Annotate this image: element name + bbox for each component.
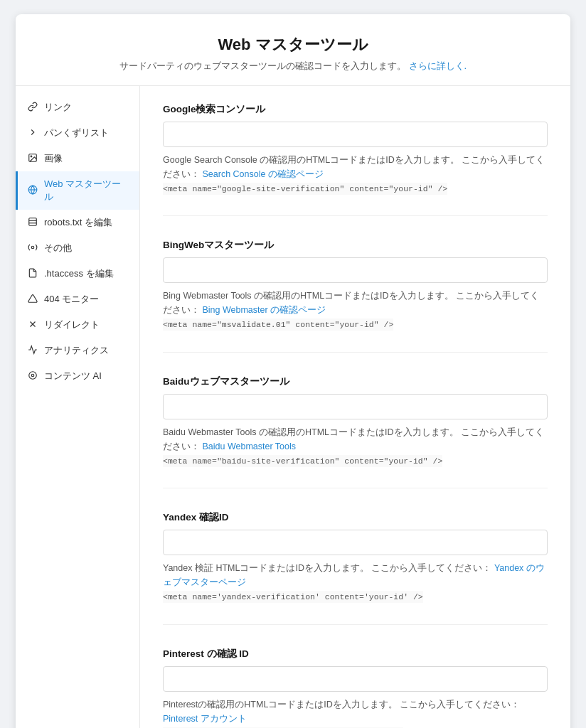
sidebar-icon-content-ai (27, 370, 38, 382)
svg-point-11 (29, 371, 37, 379)
field-desc-yandex: Yandex 検証 HTMLコードまたはIDを入力します。 ここから入手してくだ… (163, 561, 548, 604)
field-input-bing[interactable] (163, 257, 548, 283)
sidebar-label-images: 画像 (44, 152, 63, 165)
sidebar-label-webmaster: Web マスターツール (44, 178, 128, 203)
content-area: Google検索コンソールGoogle Search Console の確認用の… (140, 86, 570, 728)
sidebar-icon-analytics (27, 345, 38, 357)
sidebar-icon-other (27, 242, 38, 255)
main-container: Web マスターツール サードパーティのウェブマスターツールの確認コードを入力し… (16, 14, 570, 728)
sidebar-label-analytics: アナリティクス (44, 344, 109, 357)
field-label-baidu: Baiduウェブマスターツール (163, 375, 548, 388)
form-section-baidu: BaiduウェブマスターツールBaidu Webmaster Tools の確認… (163, 375, 548, 488)
form-section-pinterest: Pinterest の確認 IDPinterestの確認用のHTMLコードまたは… (163, 648, 548, 728)
sidebar-item-htaccess[interactable]: .htaccess を編集 (16, 261, 139, 287)
sidebar-item-redirect[interactable]: リダイレクト (16, 312, 139, 338)
field-link-pinterest[interactable]: Pinterest アカウント (163, 714, 247, 724)
form-section-bing: BingWebマスターツールBing Webmaster Tools の確認用の… (163, 239, 548, 352)
main-layout: リンクパンくずリスト画像Web マスターツールrobots.txt を編集その他… (16, 86, 570, 728)
field-link-google[interactable]: Search Console の確認ページ (202, 169, 323, 179)
sidebar-item-monitor404[interactable]: 404 モニター (16, 287, 139, 312)
sidebar-icon-monitor404 (27, 294, 38, 306)
sidebar: リンクパンくずリスト画像Web マスターツールrobots.txt を編集その他… (16, 86, 140, 728)
field-input-pinterest[interactable] (163, 666, 548, 692)
field-code-google: <meta name="google-site-verification" co… (163, 183, 447, 195)
svg-point-1 (31, 156, 32, 157)
sidebar-item-webmaster[interactable]: Web マスターツール (16, 171, 139, 210)
field-input-google[interactable] (163, 122, 548, 147)
sidebar-item-other[interactable]: その他 (16, 235, 139, 261)
field-label-pinterest: Pinterest の確認 ID (163, 648, 548, 660)
sidebar-item-images[interactable]: 画像 (16, 146, 139, 171)
sidebar-item-links[interactable]: リンク (16, 95, 139, 120)
sidebar-icon-robots (27, 217, 38, 229)
sidebar-label-robots: robots.txt を編集 (44, 216, 112, 229)
sidebar-item-robots[interactable]: robots.txt を編集 (16, 210, 139, 235)
subtitle-link[interactable]: さらに詳しく. (409, 60, 467, 71)
field-label-bing: BingWebマスターツール (163, 239, 548, 252)
page-subtitle: サードパーティのウェブマスターツールの確認コードを入力します。 さらに詳しく. (44, 60, 542, 73)
sidebar-label-other: その他 (44, 242, 72, 255)
sidebar-item-breadcrumb[interactable]: パンくずリスト (16, 120, 139, 146)
sidebar-item-content-ai[interactable]: コンテンツ AI (16, 363, 139, 389)
page-title: Web マスターツール (44, 34, 542, 55)
sidebar-icon-webmaster (27, 185, 38, 197)
sidebar-label-breadcrumb: パンくずリスト (44, 127, 109, 139)
sidebar-icon-breadcrumb (27, 127, 38, 139)
field-label-yandex: Yandex 確認ID (163, 511, 548, 524)
page-header: Web マスターツール サードパーティのウェブマスターツールの確認コードを入力し… (16, 14, 570, 86)
field-link-bing[interactable]: Bing Webmaster の確認ページ (202, 305, 326, 315)
sidebar-icon-htaccess (27, 268, 38, 280)
field-link-yandex[interactable]: Yandex のウェブマスターページ (163, 563, 545, 587)
field-input-yandex[interactable] (163, 530, 548, 555)
field-input-baidu[interactable] (163, 394, 548, 419)
sidebar-label-htaccess: .htaccess を編集 (44, 267, 114, 280)
sidebar-icon-images (27, 153, 38, 165)
svg-rect-4 (29, 218, 37, 225)
field-code-baidu: <meta name="baidu-site-verification" con… (163, 455, 442, 467)
field-desc-google: Google Search Console の確認用のHTMLコードまたはIDを… (163, 153, 548, 196)
svg-point-7 (31, 246, 34, 249)
sidebar-icon-links (27, 102, 38, 114)
field-code-bing: <meta name="msvalidate.01" content="your… (163, 318, 393, 331)
field-desc-bing: Bing Webmaster Tools の確認用のHTMLコードまたはIDを入… (163, 289, 548, 331)
subtitle-text: サードパーティのウェブマスターツールの確認コードを入力します。 (119, 60, 406, 71)
sidebar-label-content-ai: コンテンツ AI (44, 370, 102, 382)
field-label-google: Google検索コンソール (163, 103, 548, 116)
svg-point-10 (31, 374, 34, 377)
sidebar-item-analytics[interactable]: アナリティクス (16, 338, 139, 363)
field-desc-baidu: Baidu Webmaster Tools の確認用のHTMLコードまたはIDを… (163, 425, 548, 468)
sidebar-label-monitor404: 404 モニター (44, 293, 99, 306)
sidebar-label-redirect: リダイレクト (44, 318, 100, 331)
field-code-yandex: <meta name='yandex-verification' content… (163, 591, 423, 603)
sidebar-label-links: リンク (44, 101, 72, 114)
sidebar-icon-redirect (27, 319, 38, 331)
field-desc-pinterest: Pinterestの確認用のHTMLコードまたはIDを入力します。 ここから入手… (163, 697, 548, 728)
field-link-baidu[interactable]: Baidu Webmaster Tools (202, 441, 296, 451)
form-section-yandex: Yandex 確認IDYandex 検証 HTMLコードまたはIDを入力します。… (163, 511, 548, 624)
form-section-google: Google検索コンソールGoogle Search Console の確認用の… (163, 103, 548, 216)
